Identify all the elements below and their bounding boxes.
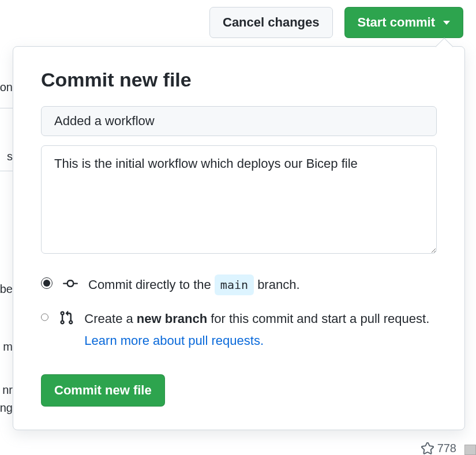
commit-summary-input[interactable] [41, 106, 437, 136]
edge-text-fragment: on [0, 81, 13, 94]
commit-new-branch-radio[interactable] [41, 311, 48, 323]
learn-more-link[interactable]: Learn more about pull requests. [84, 333, 264, 348]
start-commit-button[interactable]: Start commit [344, 7, 463, 38]
cropped-left-edge: on s be m nr ng [0, 0, 13, 455]
commit-description-textarea[interactable]: This is the initial workflow which deplo… [41, 145, 437, 254]
scrollbar[interactable] [464, 445, 476, 455]
button-label: Start commit [358, 15, 435, 30]
commit-new-branch-option[interactable]: Create a new branch for this commit and … [41, 308, 437, 351]
cancel-changes-button[interactable]: Cancel changes [209, 7, 333, 38]
star-icon [421, 442, 434, 455]
divider [0, 108, 14, 108]
divider [0, 171, 14, 171]
popover-caret [435, 37, 453, 55]
commit-direct-option[interactable]: Commit directly to the main branch. [41, 274, 437, 295]
toolbar: Cancel changes Start commit [209, 7, 463, 38]
commit-direct-label: Commit directly to the main branch. [88, 274, 300, 295]
edge-text-fragment: ng [0, 401, 13, 415]
popover-title: Commit new file [41, 69, 437, 91]
branch-name-tag: main [215, 274, 254, 295]
commit-new-file-button[interactable]: Commit new file [41, 374, 165, 407]
commit-new-branch-label: Create a new branch for this commit and … [84, 308, 437, 351]
edge-text-fragment: nr [2, 383, 13, 397]
commit-direct-radio[interactable] [41, 277, 53, 289]
star-count-value: 778 [437, 442, 456, 455]
edge-text-fragment: m [3, 340, 13, 354]
button-label: Cancel changes [223, 15, 320, 30]
caret-down-icon [443, 21, 450, 25]
commit-popover: Commit new file This is the initial work… [13, 46, 465, 430]
star-count: 778 [421, 442, 456, 455]
edge-text-fragment: be [0, 283, 13, 296]
git-pull-request-icon [59, 310, 74, 328]
button-label: Commit new file [54, 383, 152, 398]
edge-text-fragment: s [7, 150, 13, 163]
git-commit-icon [63, 276, 78, 294]
